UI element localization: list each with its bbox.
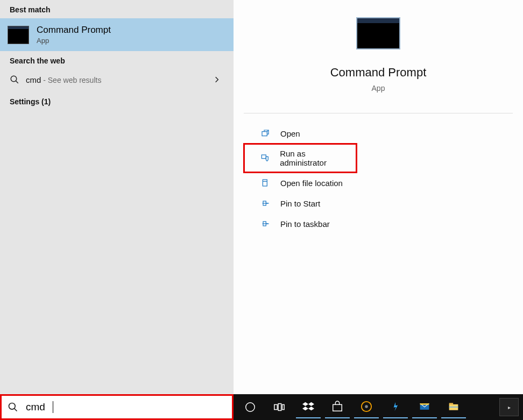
svg-point-15 xyxy=(246,403,255,412)
action-pin-taskbar-label: Pin to taskbar xyxy=(280,219,330,229)
best-match-text: Command Prompt App xyxy=(37,25,111,45)
taskbar-tray: ▸ xyxy=(234,394,523,420)
command-prompt-icon xyxy=(8,26,29,44)
svg-rect-23 xyxy=(420,403,429,405)
cortana-icon[interactable] xyxy=(238,396,263,418)
chevron-right-icon xyxy=(213,76,224,83)
best-match-subtitle: App xyxy=(37,37,111,45)
svg-rect-2 xyxy=(262,132,267,136)
search-results-panel: Best match Command Prompt App Search the… xyxy=(0,0,234,394)
svg-line-14 xyxy=(15,409,17,411)
svg-line-1 xyxy=(16,81,18,83)
command-prompt-icon xyxy=(356,17,400,49)
svg-rect-26 xyxy=(449,407,458,408)
action-open[interactable]: Open xyxy=(244,123,513,144)
svg-rect-18 xyxy=(282,404,285,409)
file-explorer-icon[interactable] xyxy=(441,396,466,418)
action-open-location[interactable]: Open file location xyxy=(244,173,513,193)
taskbar: cmd ▸ xyxy=(0,394,523,420)
svg-rect-25 xyxy=(449,403,454,404)
svg-point-13 xyxy=(9,403,16,410)
best-match-label: Best match xyxy=(0,0,234,18)
action-run-admin[interactable]: Run as administrator xyxy=(244,144,357,173)
svg-rect-19 xyxy=(333,404,342,411)
pin-icon xyxy=(260,198,271,208)
app-title: Command Prompt xyxy=(330,66,427,80)
search-input[interactable]: cmd xyxy=(0,394,234,420)
folder-icon xyxy=(260,178,271,188)
svg-point-0 xyxy=(11,76,17,82)
svg-rect-16 xyxy=(274,404,277,409)
svg-rect-5 xyxy=(263,180,267,186)
web-result-text: cmd - See web results xyxy=(26,75,101,84)
web-result-suffix: - See web results xyxy=(41,76,101,84)
text-cursor xyxy=(53,401,53,413)
task-view-icon[interactable] xyxy=(267,396,292,418)
svg-rect-17 xyxy=(278,404,281,411)
search-input-value: cmd xyxy=(26,401,45,413)
action-open-location-label: Open file location xyxy=(280,179,343,188)
mail-icon[interactable] xyxy=(412,396,437,418)
action-pin-start[interactable]: Pin to Start xyxy=(244,193,513,213)
action-run-admin-label: Run as administrator xyxy=(280,149,351,167)
search-icon xyxy=(8,402,18,412)
pin-icon xyxy=(260,219,271,229)
search-icon xyxy=(10,75,19,84)
app-icon[interactable] xyxy=(383,396,408,418)
action-open-label: Open xyxy=(280,129,300,138)
app-subtitle: App xyxy=(372,84,385,92)
svg-point-21 xyxy=(365,405,368,408)
store-icon[interactable] xyxy=(325,396,350,418)
details-panel: Command Prompt App Open Run as administr… xyxy=(234,0,523,394)
web-result-item[interactable]: cmd - See web results xyxy=(0,69,234,90)
svg-rect-4 xyxy=(262,155,266,159)
open-icon xyxy=(260,129,271,138)
action-pin-taskbar[interactable]: Pin to taskbar xyxy=(244,213,513,234)
dropbox-icon[interactable] xyxy=(296,396,321,418)
show-desktop-button[interactable]: ▸ xyxy=(499,398,519,416)
shield-icon xyxy=(260,153,270,163)
search-web-label: Search the web xyxy=(0,51,234,69)
action-pin-start-label: Pin to Start xyxy=(280,199,320,208)
actions-list: Open Run as administrator Open file loca… xyxy=(244,113,513,234)
groove-icon[interactable] xyxy=(354,396,379,418)
settings-label[interactable]: Settings (1) xyxy=(0,90,234,113)
best-match-item[interactable]: Command Prompt App xyxy=(0,18,234,51)
best-match-title: Command Prompt xyxy=(37,25,111,35)
web-result-query: cmd xyxy=(26,75,41,84)
